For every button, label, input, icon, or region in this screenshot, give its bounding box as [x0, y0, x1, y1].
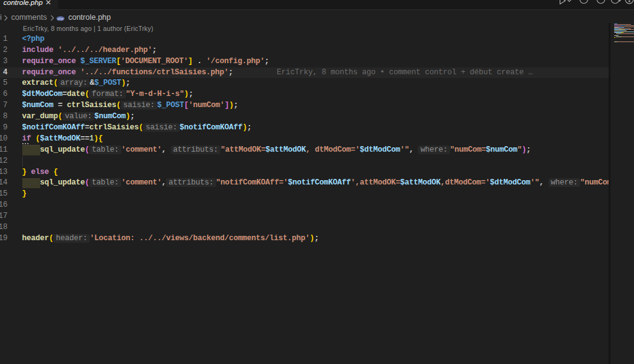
svg-text:php: php — [58, 17, 63, 20]
